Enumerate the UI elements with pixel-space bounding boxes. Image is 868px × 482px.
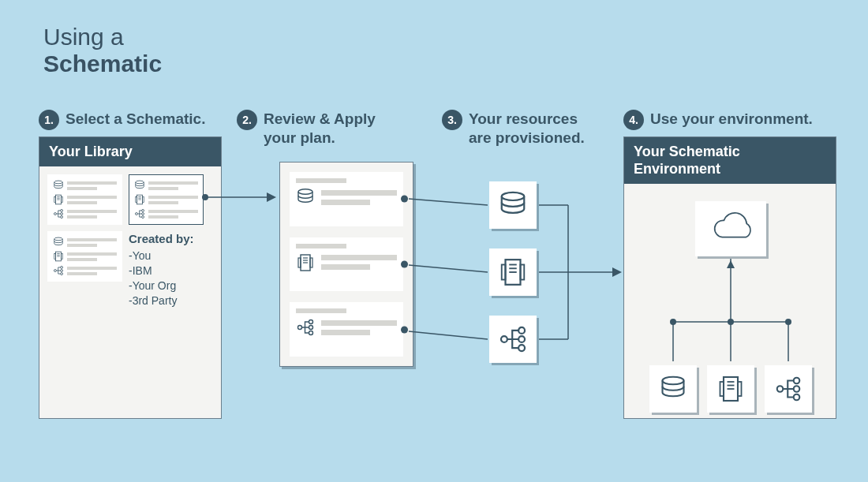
server-icon xyxy=(53,251,64,262)
network-icon xyxy=(774,375,803,403)
created-by-item: -Your Org xyxy=(129,278,204,293)
svg-point-19 xyxy=(728,319,734,325)
network-icon xyxy=(296,318,315,337)
svg-point-18 xyxy=(670,319,676,325)
schematic-card-selected xyxy=(129,174,204,225)
database-icon xyxy=(498,190,528,220)
env-tile-database xyxy=(649,365,697,413)
connector-dot xyxy=(401,196,408,203)
svg-line-25 xyxy=(409,265,488,272)
database-icon xyxy=(53,180,64,191)
svg-point-20 xyxy=(785,319,791,325)
step-3-text: Your resources are provisioned. xyxy=(469,110,585,148)
title-line-1: Using a xyxy=(43,24,162,50)
plan-item-server xyxy=(290,237,403,292)
step-1-label: 1. Select a Schematic. xyxy=(39,110,205,130)
step-1-text: Select a Schematic. xyxy=(65,110,205,129)
environment-body xyxy=(624,184,836,433)
created-by-header: Created by: xyxy=(129,231,204,247)
network-icon xyxy=(53,265,64,276)
library-header: Your Library xyxy=(39,137,221,166)
environment-panel: Your Schematic Environment xyxy=(623,136,836,419)
svg-marker-12 xyxy=(727,260,735,268)
step-2-label: 2. Review & Apply your plan. xyxy=(237,110,376,148)
library-body: Created by: -You -IBM -Your Org -3rd Par… xyxy=(39,166,221,316)
connector-dot xyxy=(401,326,408,333)
server-icon xyxy=(134,194,145,205)
database-icon xyxy=(296,188,315,207)
server-icon xyxy=(53,194,64,205)
database-icon xyxy=(134,180,145,191)
step-4-text: Use your environment. xyxy=(650,110,813,129)
environment-header: Your Schematic Environment xyxy=(624,137,836,184)
network-icon xyxy=(134,208,145,219)
created-by-block: Created by: -You -IBM -Your Org -3rd Par… xyxy=(129,231,204,308)
svg-line-24 xyxy=(409,199,488,205)
network-icon xyxy=(498,324,528,354)
server-icon xyxy=(498,257,528,287)
plan-item-database xyxy=(290,172,403,226)
resource-tile-database xyxy=(489,181,537,229)
database-icon xyxy=(659,375,687,403)
connector-dot xyxy=(401,261,408,268)
schematic-card xyxy=(47,231,122,282)
created-by-item: -You xyxy=(129,248,204,263)
step-4-label: 4. Use your environment. xyxy=(623,110,813,130)
step-3-badge: 3. xyxy=(442,110,462,130)
created-by-item: -IBM xyxy=(129,263,204,278)
step-2-badge: 2. xyxy=(237,110,257,130)
resource-tile-server xyxy=(489,248,537,296)
env-tile-network xyxy=(765,365,812,413)
svg-marker-32 xyxy=(612,267,622,277)
server-icon xyxy=(296,253,315,272)
server-icon xyxy=(716,375,745,403)
schematic-card xyxy=(47,174,122,225)
svg-marker-23 xyxy=(267,192,276,202)
step-2-text: Review & Apply your plan. xyxy=(264,110,376,148)
resource-tile-network xyxy=(489,316,537,363)
database-icon xyxy=(53,237,64,248)
step-4-badge: 4. xyxy=(623,110,644,130)
env-tile-server xyxy=(707,365,754,413)
step-1-badge: 1. xyxy=(39,110,59,130)
title-line-2: Schematic xyxy=(43,50,162,77)
svg-line-26 xyxy=(409,331,488,339)
created-by-item: -3rd Party xyxy=(129,293,204,308)
step-3-label: 3. Your resources are provisioned. xyxy=(442,110,585,148)
network-icon xyxy=(53,208,64,219)
diagram-title: Using a Schematic xyxy=(43,24,162,77)
plan-panel xyxy=(279,162,413,367)
library-panel: Your Library Created by: -You xyxy=(39,136,222,419)
plan-item-network xyxy=(290,302,403,357)
